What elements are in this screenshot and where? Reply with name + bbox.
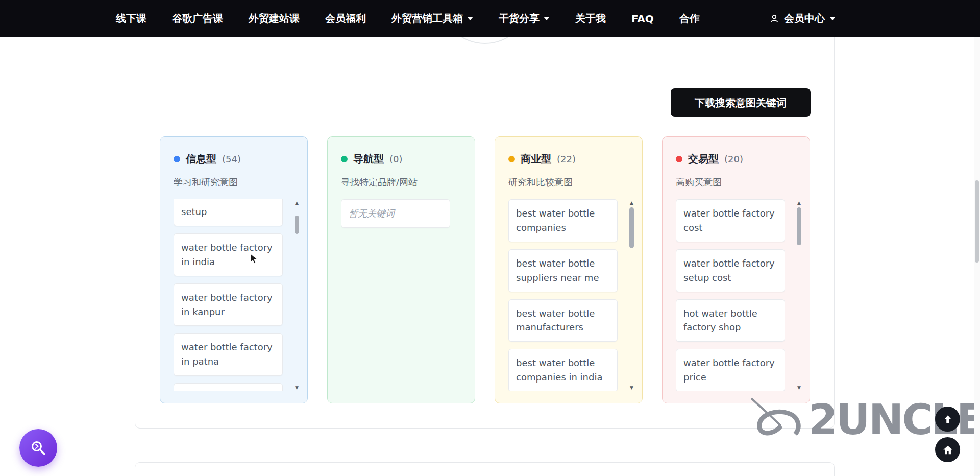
member-center-menu[interactable]: 会员中心 [769, 12, 836, 26]
scrollbar-thumb[interactable] [629, 207, 634, 248]
keyword-item[interactable]: setup [174, 199, 283, 226]
card-count: (0) [389, 154, 403, 164]
nav-item-label: 线下课 [116, 12, 146, 26]
empty-keywords-placeholder: 暂无关键词 [341, 199, 450, 228]
intent-cards: 信息型 (54) 学习和研究意图 setupwater bottle facto… [160, 136, 810, 403]
nav-item-label: 外贸建站课 [249, 12, 300, 26]
card-subtitle: 学习和研究意图 [174, 176, 294, 188]
home-button[interactable] [935, 437, 960, 462]
nav-item-干货分享[interactable]: 干货分享 [499, 12, 550, 26]
nav-item-label: 外贸营销工具箱 [391, 12, 463, 26]
top-nav: 线下课 谷歌广告课 外贸建站课 会员福利 外贸营销工具箱 干货分享 关于我 FA… [0, 0, 980, 37]
nav-item-谷歌广告课[interactable]: 谷歌广告课 [172, 12, 223, 26]
page-scrollbar-thumb[interactable] [975, 180, 979, 263]
next-section-panel [135, 462, 835, 476]
scroll-down-icon[interactable]: ▼ [628, 384, 635, 391]
keyword-item[interactable]: water bottle factory price [676, 349, 785, 391]
nav-items: 线下课 谷歌广告课 外贸建站课 会员福利 外贸营销工具箱 干货分享 关于我 FA… [116, 12, 700, 26]
scrollbar-thumb[interactable] [797, 207, 801, 245]
chevron-down-icon [544, 17, 550, 20]
card-title: 商业型 [521, 152, 551, 166]
card-scrollbar[interactable]: ▲ ▼ [795, 199, 803, 391]
keyword-area: best water bottle companiesbest water bo… [508, 199, 635, 391]
arrow-up-icon [942, 414, 953, 425]
ai-search-fab[interactable] [19, 429, 57, 467]
member-center-label: 会员中心 [784, 12, 825, 26]
nav-item-label: 干货分享 [499, 12, 540, 26]
card-subtitle: 寻找特定品牌/网站 [341, 176, 461, 188]
scroll-up-icon[interactable]: ▲ [293, 199, 301, 206]
keyword-list: water bottle factory costwater bottle fa… [676, 199, 785, 391]
keyword-item[interactable]: best water bottle companies in india [508, 349, 618, 391]
card-title: 信息型 [186, 152, 216, 166]
card-subtitle: 研究和比较意图 [508, 176, 629, 188]
nav-item-线下课[interactable]: 线下课 [116, 12, 146, 26]
keyword-item[interactable]: water bottle factory in india [174, 233, 283, 276]
intent-dot [174, 156, 180, 162]
keyword-item[interactable]: best water bottle manufacturers [508, 299, 618, 342]
nav-item-外贸营销工具箱[interactable]: 外贸营销工具箱 [391, 12, 473, 26]
keyword-item[interactable]: hot water bottle factory shop [676, 299, 785, 342]
intent-dot [341, 156, 348, 162]
card-title: 交易型 [688, 152, 719, 166]
card-header: 信息型 (54) [174, 152, 294, 166]
card-count: (22) [557, 154, 576, 164]
intent-card: 交易型 (20) 高购买意图 water bottle factory cost… [662, 136, 810, 403]
nav-item-合作[interactable]: 合作 [679, 12, 700, 26]
keyword-item[interactable]: best water bottle companies [508, 199, 618, 242]
search-icon [29, 439, 47, 457]
intent-card: 信息型 (54) 学习和研究意图 setupwater bottle facto… [160, 136, 308, 403]
card-header: 导航型 (0) [341, 152, 461, 166]
nav-item-关于我[interactable]: 关于我 [575, 12, 606, 26]
intent-dot [508, 156, 515, 162]
keyword-list: best water bottle companiesbest water bo… [508, 199, 618, 391]
keyword-list: 暂无关键词 [341, 199, 450, 391]
keyword-item[interactable]: water bottle factory cost [676, 199, 785, 242]
nav-item-label: 合作 [679, 12, 700, 26]
page-scrollbar[interactable] [974, 0, 980, 476]
intent-card: 导航型 (0) 寻找特定品牌/网站 暂无关键词 [327, 136, 475, 403]
user-icon [769, 14, 779, 24]
keyword-item[interactable]: water bottle factory in kanpur [174, 283, 283, 326]
intent-card: 商业型 (22) 研究和比较意图 best water bottle compa… [495, 136, 643, 403]
chevron-down-icon [829, 17, 836, 20]
card-title: 导航型 [353, 152, 384, 166]
nav-item-label: 会员福利 [325, 12, 366, 26]
keyword-item[interactable]: water bottle factory setup cost [676, 249, 785, 292]
scroll-up-icon[interactable]: ▲ [628, 199, 635, 206]
back-to-top-button[interactable] [935, 407, 960, 432]
nav-item-FAQ[interactable]: FAQ [631, 13, 654, 25]
keyword-item[interactable]: best water bottle suppliers near me [508, 249, 618, 292]
card-scrollbar[interactable]: ▲ ▼ [293, 199, 301, 391]
home-icon [942, 444, 953, 456]
intent-dot [676, 156, 682, 162]
scrollbar-thumb[interactable] [295, 216, 299, 234]
nav-item-label: 关于我 [575, 12, 606, 26]
keyword-list: setupwater bottle factory in indiawater … [174, 199, 283, 391]
scroll-down-icon[interactable]: ▼ [293, 384, 301, 391]
card-count: (20) [724, 154, 743, 164]
nav-item-label: FAQ [631, 13, 654, 25]
keyword-item-partial[interactable] [174, 383, 283, 391]
keyword-item[interactable]: water bottle factory in patna [174, 333, 283, 376]
chevron-down-icon [467, 17, 473, 20]
card-subtitle: 高购买意图 [676, 176, 796, 188]
card-scrollbar[interactable]: ▲ ▼ [628, 199, 635, 391]
nav-item-外贸建站课[interactable]: 外贸建站课 [249, 12, 300, 26]
card-header: 商业型 (22) [508, 152, 629, 166]
keyword-area: setupwater bottle factory in indiawater … [174, 199, 301, 391]
nav-item-label: 谷歌广告课 [172, 12, 223, 26]
card-count: (54) [222, 154, 241, 164]
keyword-area: water bottle factory costwater bottle fa… [676, 199, 803, 391]
keyword-area: 暂无关键词 [341, 199, 468, 391]
scroll-up-icon[interactable]: ▲ [795, 199, 803, 206]
nav-item-会员福利[interactable]: 会员福利 [325, 12, 366, 26]
download-keywords-button[interactable]: 下载搜索意图关键词 [671, 88, 811, 117]
card-header: 交易型 (20) [676, 152, 796, 166]
scroll-down-icon[interactable]: ▼ [795, 384, 803, 391]
